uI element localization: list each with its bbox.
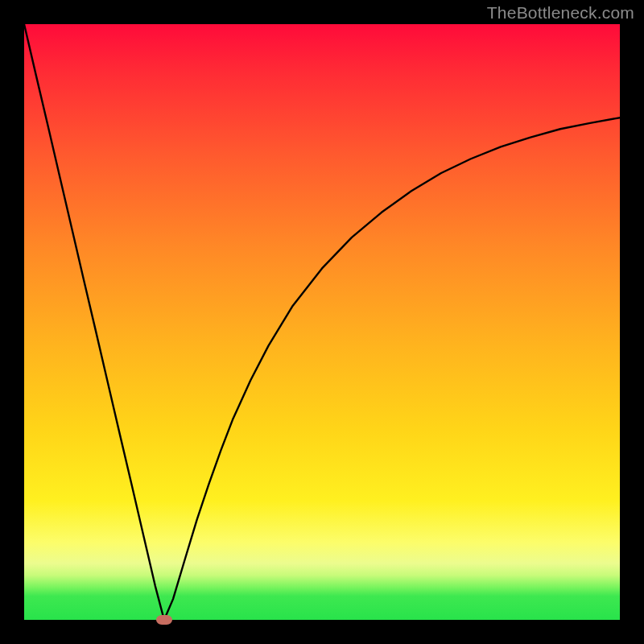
curve-path (24, 24, 620, 620)
plot-area (24, 24, 620, 620)
bottleneck-curve (24, 24, 620, 620)
watermark-text: TheBottleneck.com (487, 3, 634, 23)
chart-frame: TheBottleneck.com (0, 0, 644, 644)
optimal-point-marker (156, 615, 172, 625)
